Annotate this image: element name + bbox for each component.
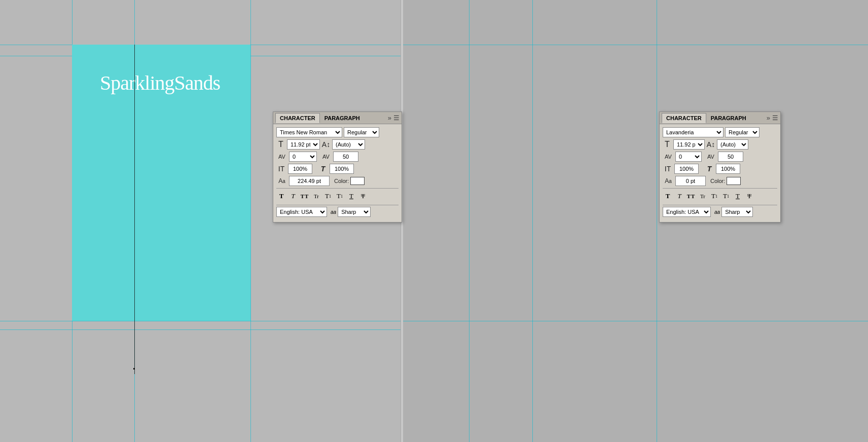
type-style-row-left: T T TT Tr T1 T1 T T (276, 190, 399, 202)
bold-btn-left[interactable]: T (276, 191, 286, 201)
panel-menu-icon[interactable]: ☰ (393, 114, 400, 122)
guide-v3-right (657, 0, 657, 442)
tab-paragraph-right[interactable]: PARAGRAPH (706, 113, 751, 123)
antialiasing-select-left[interactable]: Sharp (338, 207, 371, 217)
character-panel-right: CHARACTER PARAGRAPH » ☰ Lavanderia Regul… (659, 112, 781, 223)
baseline-icon-right: Aa (663, 176, 674, 186)
lang-row-right: English: USA aа Sharp (663, 207, 777, 217)
italic-btn-left[interactable]: T (288, 191, 298, 201)
kerning-select-right[interactable]: 0 (675, 152, 702, 162)
vscale-input-left[interactable] (288, 164, 312, 174)
panel-body-right: Lavanderia Regular T 11.92 pt A↕ (Auto) … (660, 124, 780, 222)
kerning-icon-left: AV (276, 152, 287, 161)
character-panel-left: CHARACTER PARAGRAPH » ☰ Times New Roman … (273, 112, 402, 223)
panel-forward-icon-r[interactable]: » (767, 114, 770, 122)
baseline-row-left: Aa Color: (276, 176, 399, 186)
font-size-select-right[interactable]: 11.92 pt (673, 139, 705, 150)
leading-select-left[interactable]: (Auto) (332, 139, 365, 150)
baseline-input-right[interactable] (675, 176, 706, 186)
kerning-icon-right: AV (663, 152, 674, 161)
panel-tabs-right: CHARACTER PARAGRAPH » ☰ (660, 112, 780, 124)
color-swatch-right[interactable] (727, 177, 741, 185)
hscale-icon-right: T (704, 164, 714, 173)
vscale-icon-left: IT (276, 164, 286, 173)
strike-btn-left[interactable]: T (358, 191, 368, 201)
guide-v2-right (532, 0, 533, 442)
leading-select-right[interactable]: (Auto) (717, 139, 748, 150)
tracking-input-right[interactable] (718, 152, 743, 162)
underline-btn-left[interactable]: T (346, 191, 356, 201)
font-family-select-left[interactable]: Times New Roman (276, 127, 342, 137)
allcaps-btn-right[interactable]: TT (686, 191, 696, 201)
italic-btn-right[interactable]: T (674, 191, 684, 201)
hscale-input-right[interactable] (716, 164, 740, 174)
type-style-row-right: T T TT Tr T1 T1 T T (663, 190, 777, 202)
color-label-left: Color: (334, 178, 349, 184)
font-size-icon-right: T (663, 140, 672, 149)
smallcaps-btn-left[interactable]: Tr (311, 191, 321, 201)
divider1-left (276, 188, 399, 189)
guide-h3-left (0, 321, 403, 321)
panel-menu-icons-left: » ☰ (388, 114, 400, 122)
smallcaps-btn-right[interactable]: Tr (698, 191, 708, 201)
baseline-icon-left: Aa (276, 176, 287, 186)
language-select-left[interactable]: English: USA (276, 207, 327, 217)
panel-menu-icons-right: » ☰ (767, 114, 778, 122)
right-canvas: Sparkling Sands (403, 0, 868, 442)
antialiasing-select-right[interactable]: Sharp (721, 207, 753, 217)
tab-character-right[interactable]: CHARACTER (662, 113, 706, 123)
panel-body-left: Times New Roman Regular T 11.92 pt A↕ (A… (273, 124, 402, 222)
tracking-icon-left: AV (320, 152, 332, 161)
font-row-right: Lavanderia Regular (663, 127, 777, 137)
font-size-icon-left: T (276, 140, 285, 149)
color-swatch-left[interactable] (350, 177, 365, 185)
divider2-right (663, 205, 777, 205)
guide-v3-left (250, 0, 251, 442)
aa-icon-right: aа (714, 209, 720, 215)
kern-row-right: AV 0 AV (663, 152, 777, 162)
leading-icon-left: A↕ (321, 140, 331, 149)
vscale-input-right[interactable] (674, 164, 699, 174)
canvas-text-left: SparklingSands (100, 71, 220, 95)
tracking-icon-right: AV (705, 152, 716, 161)
kerning-select-left[interactable]: 0 (289, 152, 317, 162)
scale-row-right: IT T (663, 164, 777, 174)
cursor-dot-left (133, 368, 135, 370)
size-row-left: T 11.92 pt A↕ (Auto) (276, 139, 399, 150)
panel-forward-icon[interactable]: » (388, 114, 391, 122)
guide-v1-right (469, 0, 469, 442)
size-row-right: T 11.92 pt A↕ (Auto) (663, 139, 777, 150)
panel-menu-icon-r[interactable]: ☰ (772, 114, 778, 122)
font-row-left: Times New Roman Regular (276, 127, 399, 137)
tab-character-left[interactable]: CHARACTER (275, 113, 320, 123)
divider2-left (276, 205, 399, 205)
hscale-icon-left: T (318, 164, 328, 173)
sub-btn-left[interactable]: T1 (335, 191, 345, 201)
scale-row-left: IT T (276, 164, 399, 174)
aa-icon-left: aа (331, 209, 336, 215)
hscale-input-left[interactable] (330, 164, 354, 174)
baseline-row-right: Aa Color: (663, 176, 777, 186)
vscale-icon-right: IT (663, 164, 673, 173)
font-style-select-left[interactable]: Regular (344, 127, 379, 137)
underline-btn-right[interactable]: T (733, 191, 743, 201)
panel-tabs-left: CHARACTER PARAGRAPH » ☰ (273, 112, 402, 124)
super-btn-right[interactable]: T1 (709, 191, 719, 201)
lang-row-left: English: USA aа Sharp (276, 207, 399, 217)
tab-paragraph-left[interactable]: PARAGRAPH (320, 113, 365, 123)
kern-row-left: AV 0 AV (276, 152, 399, 162)
bold-btn-right[interactable]: T (663, 191, 673, 201)
baseline-input-left[interactable] (289, 176, 330, 186)
leading-icon-right: A↕ (706, 140, 715, 149)
guide-h1-right (403, 45, 868, 45)
font-style-select-right[interactable]: Regular (725, 127, 760, 137)
font-size-select-left[interactable]: 11.92 pt (287, 139, 320, 150)
tracking-input-left[interactable] (333, 152, 358, 162)
font-family-select-right[interactable]: Lavanderia (663, 127, 724, 137)
language-select-right[interactable]: English: USA (663, 207, 711, 217)
strike-btn-right[interactable]: T (744, 191, 754, 201)
super-btn-left[interactable]: T1 (323, 191, 333, 201)
guide-h4-left (0, 329, 403, 330)
allcaps-btn-left[interactable]: TT (300, 191, 310, 201)
sub-btn-right[interactable]: T1 (721, 191, 731, 201)
